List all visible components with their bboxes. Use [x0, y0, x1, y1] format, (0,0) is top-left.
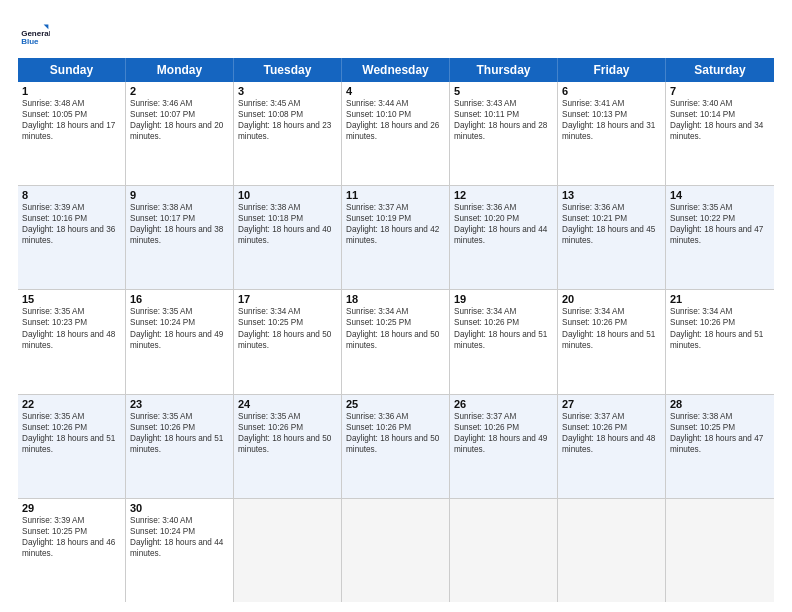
day-number: 1 — [22, 85, 121, 97]
page: General Blue SundayMondayTuesdayWednesda… — [0, 0, 792, 612]
calendar-cell — [450, 499, 558, 602]
sunset-line: Sunset: 10:13 PM — [562, 109, 661, 120]
calendar-cell: 19 Sunrise: 3:34 AM Sunset: 10:26 PM Day… — [450, 290, 558, 393]
daylight-line: Daylight: 18 hours and 17 minutes. — [22, 120, 121, 142]
calendar-cell: 28 Sunrise: 3:38 AM Sunset: 10:25 PM Day… — [666, 395, 774, 498]
daylight-line: Daylight: 18 hours and 46 minutes. — [22, 537, 121, 559]
daylight-line: Daylight: 18 hours and 51 minutes. — [454, 329, 553, 351]
calendar-cell: 6 Sunrise: 3:41 AM Sunset: 10:13 PM Dayl… — [558, 82, 666, 185]
sunrise-line: Sunrise: 3:40 AM — [130, 515, 229, 526]
sunset-line: Sunset: 10:17 PM — [130, 213, 229, 224]
calendar-cell — [666, 499, 774, 602]
calendar-cell: 17 Sunrise: 3:34 AM Sunset: 10:25 PM Day… — [234, 290, 342, 393]
calendar-cell: 24 Sunrise: 3:35 AM Sunset: 10:26 PM Day… — [234, 395, 342, 498]
calendar-cell: 20 Sunrise: 3:34 AM Sunset: 10:26 PM Day… — [558, 290, 666, 393]
calendar-cell — [234, 499, 342, 602]
sunset-line: Sunset: 10:05 PM — [22, 109, 121, 120]
daylight-line: Daylight: 18 hours and 47 minutes. — [670, 224, 770, 246]
daylight-line: Daylight: 18 hours and 45 minutes. — [562, 224, 661, 246]
sunrise-line: Sunrise: 3:39 AM — [22, 202, 121, 213]
daylight-line: Daylight: 18 hours and 34 minutes. — [670, 120, 770, 142]
logo-icon: General Blue — [18, 18, 50, 50]
sunset-line: Sunset: 10:26 PM — [562, 317, 661, 328]
daylight-line: Daylight: 18 hours and 44 minutes. — [454, 224, 553, 246]
calendar-cell: 26 Sunrise: 3:37 AM Sunset: 10:26 PM Day… — [450, 395, 558, 498]
sunrise-line: Sunrise: 3:40 AM — [670, 98, 770, 109]
sunset-line: Sunset: 10:21 PM — [562, 213, 661, 224]
day-number: 2 — [130, 85, 229, 97]
calendar-cell: 2 Sunrise: 3:46 AM Sunset: 10:07 PM Dayl… — [126, 82, 234, 185]
sunrise-line: Sunrise: 3:34 AM — [562, 306, 661, 317]
daylight-line: Daylight: 18 hours and 50 minutes. — [346, 329, 445, 351]
calendar-cell: 10 Sunrise: 3:38 AM Sunset: 10:18 PM Day… — [234, 186, 342, 289]
day-number: 13 — [562, 189, 661, 201]
calendar-cell: 1 Sunrise: 3:48 AM Sunset: 10:05 PM Dayl… — [18, 82, 126, 185]
sunrise-line: Sunrise: 3:36 AM — [454, 202, 553, 213]
calendar-cell: 5 Sunrise: 3:43 AM Sunset: 10:11 PM Dayl… — [450, 82, 558, 185]
day-number: 30 — [130, 502, 229, 514]
daylight-line: Daylight: 18 hours and 51 minutes. — [130, 433, 229, 455]
calendar-cell: 18 Sunrise: 3:34 AM Sunset: 10:25 PM Day… — [342, 290, 450, 393]
day-number: 26 — [454, 398, 553, 410]
day-number: 10 — [238, 189, 337, 201]
day-number: 20 — [562, 293, 661, 305]
sunrise-line: Sunrise: 3:36 AM — [562, 202, 661, 213]
calendar-cell — [342, 499, 450, 602]
sunrise-line: Sunrise: 3:34 AM — [238, 306, 337, 317]
daylight-line: Daylight: 18 hours and 26 minutes. — [346, 120, 445, 142]
sunrise-line: Sunrise: 3:34 AM — [346, 306, 445, 317]
sunrise-line: Sunrise: 3:37 AM — [346, 202, 445, 213]
daylight-line: Daylight: 18 hours and 38 minutes. — [130, 224, 229, 246]
calendar-header: SundayMondayTuesdayWednesdayThursdayFrid… — [18, 58, 774, 82]
day-number: 8 — [22, 189, 121, 201]
sunrise-line: Sunrise: 3:39 AM — [22, 515, 121, 526]
day-number: 18 — [346, 293, 445, 305]
calendar-cell: 21 Sunrise: 3:34 AM Sunset: 10:26 PM Day… — [666, 290, 774, 393]
logo: General Blue — [18, 18, 54, 50]
sunrise-line: Sunrise: 3:34 AM — [670, 306, 770, 317]
sunset-line: Sunset: 10:26 PM — [346, 422, 445, 433]
day-number: 4 — [346, 85, 445, 97]
sunset-line: Sunset: 10:25 PM — [238, 317, 337, 328]
daylight-line: Daylight: 18 hours and 44 minutes. — [130, 537, 229, 559]
daylight-line: Daylight: 18 hours and 51 minutes. — [22, 433, 121, 455]
sunrise-line: Sunrise: 3:35 AM — [22, 306, 121, 317]
sunset-line: Sunset: 10:23 PM — [22, 317, 121, 328]
sunrise-line: Sunrise: 3:45 AM — [238, 98, 337, 109]
sunset-line: Sunset: 10:26 PM — [562, 422, 661, 433]
calendar-cell: 12 Sunrise: 3:36 AM Sunset: 10:20 PM Day… — [450, 186, 558, 289]
calendar-cell: 3 Sunrise: 3:45 AM Sunset: 10:08 PM Dayl… — [234, 82, 342, 185]
daylight-line: Daylight: 18 hours and 47 minutes. — [670, 433, 770, 455]
daylight-line: Daylight: 18 hours and 50 minutes. — [238, 433, 337, 455]
header: General Blue — [18, 18, 774, 50]
daylight-line: Daylight: 18 hours and 20 minutes. — [130, 120, 229, 142]
sunset-line: Sunset: 10:07 PM — [130, 109, 229, 120]
day-number: 23 — [130, 398, 229, 410]
sunset-line: Sunset: 10:10 PM — [346, 109, 445, 120]
calendar-row-1: 1 Sunrise: 3:48 AM Sunset: 10:05 PM Dayl… — [18, 82, 774, 186]
calendar-cell: 7 Sunrise: 3:40 AM Sunset: 10:14 PM Dayl… — [666, 82, 774, 185]
header-day-friday: Friday — [558, 58, 666, 82]
day-number: 6 — [562, 85, 661, 97]
sunrise-line: Sunrise: 3:48 AM — [22, 98, 121, 109]
svg-text:Blue: Blue — [21, 37, 39, 46]
sunrise-line: Sunrise: 3:34 AM — [454, 306, 553, 317]
daylight-line: Daylight: 18 hours and 48 minutes. — [562, 433, 661, 455]
calendar-cell: 30 Sunrise: 3:40 AM Sunset: 10:24 PM Day… — [126, 499, 234, 602]
header-day-tuesday: Tuesday — [234, 58, 342, 82]
sunset-line: Sunset: 10:16 PM — [22, 213, 121, 224]
header-day-monday: Monday — [126, 58, 234, 82]
calendar-body: 1 Sunrise: 3:48 AM Sunset: 10:05 PM Dayl… — [18, 82, 774, 602]
daylight-line: Daylight: 18 hours and 49 minutes. — [130, 329, 229, 351]
sunrise-line: Sunrise: 3:35 AM — [130, 411, 229, 422]
sunrise-line: Sunrise: 3:41 AM — [562, 98, 661, 109]
sunrise-line: Sunrise: 3:43 AM — [454, 98, 553, 109]
calendar-cell: 13 Sunrise: 3:36 AM Sunset: 10:21 PM Day… — [558, 186, 666, 289]
day-number: 25 — [346, 398, 445, 410]
header-day-thursday: Thursday — [450, 58, 558, 82]
day-number: 24 — [238, 398, 337, 410]
sunset-line: Sunset: 10:26 PM — [238, 422, 337, 433]
sunrise-line: Sunrise: 3:38 AM — [670, 411, 770, 422]
daylight-line: Daylight: 18 hours and 51 minutes. — [670, 329, 770, 351]
calendar-cell: 15 Sunrise: 3:35 AM Sunset: 10:23 PM Day… — [18, 290, 126, 393]
